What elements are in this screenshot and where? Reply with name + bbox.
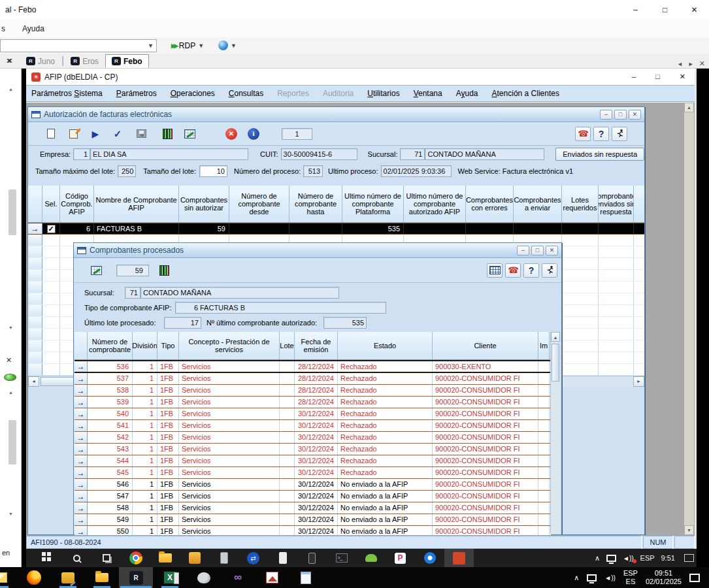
scroll-up-icon[interactable]: ▲	[684, 103, 694, 112]
host-taskbar-visual-studio[interactable]: ∞	[221, 567, 255, 588]
remote-taskbar-app-pink[interactable]: P	[386, 549, 415, 567]
column-header-comprobantes-sin-autorizar[interactable]: Comprobantes sin autorizar	[179, 186, 229, 222]
proc-vertical-scrollbar[interactable]: ▲	[550, 332, 560, 534]
menu-consultas[interactable]: Consultas	[229, 89, 263, 98]
run-button[interactable]: ▶	[87, 125, 104, 142]
empresa-name-field[interactable]: EL DIA SA	[90, 148, 248, 160]
scrollbar-thumb[interactable]	[8, 420, 16, 465]
scroll-down-icon[interactable]: ▼	[8, 325, 13, 330]
invoice-row-548[interactable]: →54811FBServicios30/12/2024No enviado a …	[74, 502, 551, 514]
proc-restore-button[interactable]: □	[531, 246, 544, 255]
chevron-down-icon[interactable]: ▼	[231, 42, 237, 49]
confirm-button[interactable]: ✓	[109, 125, 126, 142]
column-header-lotes-requeridos[interactable]: Lotes requeridos	[562, 186, 599, 222]
column-header-comprobantes-con-errores[interactable]: Comprobantes con errores	[466, 186, 514, 222]
auth-close-button[interactable]: ✕	[629, 110, 641, 120]
proc-tipo-field[interactable]: 6FACTURAS B	[175, 302, 386, 314]
remote-taskbar-chrome[interactable]	[121, 549, 150, 567]
action-center-icon[interactable]	[689, 574, 700, 582]
scrollbar-thumb[interactable]	[8, 189, 16, 235]
remote-taskbar-app-red[interactable]	[444, 549, 474, 567]
invoice-row-544[interactable]: →54411FBServicios30/12/2024Rechazado9000…	[74, 455, 551, 467]
auth-titlebar[interactable]: Autorización de facturas electrónicas – …	[28, 107, 644, 122]
host-menu-ayuda[interactable]: Ayuda	[22, 24, 44, 33]
invoice-row-537[interactable]: →53711FBServicios28/12/2024Rechazado9000…	[74, 373, 551, 385]
batch-button[interactable]	[156, 262, 173, 279]
table-grid-button[interactable]	[487, 263, 503, 278]
volume-icon[interactable]: ◄))	[623, 555, 634, 562]
column-header-ultimo-n-mero-de-comprobante-autorizado-afip[interactable]: Ultimo número de comprobante autorizado …	[404, 186, 466, 222]
column-header-lote[interactable]: Lote	[280, 332, 295, 359]
menu-atenci-n-a-clientes[interactable]: Atención a Clientes	[492, 89, 559, 98]
exit-runner-button[interactable]	[612, 127, 627, 141]
menu-par-metros[interactable]: Parámetros	[116, 89, 157, 98]
tab-scroll-left-icon[interactable]: ◄	[677, 61, 683, 67]
sidebar-close-icon[interactable]: ✕	[6, 356, 12, 365]
sidebar-close-icon[interactable]: ✕	[6, 57, 12, 65]
host-maximize-button[interactable]: □	[650, 1, 680, 18]
menu-auditoria[interactable]: Auditoria	[323, 89, 354, 98]
auth-minimize-button[interactable]: –	[600, 110, 612, 120]
invoice-row-547[interactable]: →54711FBServicios30/12/2024No enviado a …	[74, 491, 551, 502]
rdp-connect-group[interactable]: ▶▶ RDP ▼	[171, 41, 204, 50]
tab-febo[interactable]: R Febo	[105, 54, 149, 68]
host-taskbar-excel[interactable]: X	[153, 567, 187, 588]
network-icon[interactable]	[587, 574, 597, 581]
remote-taskbar-start[interactable]	[33, 549, 62, 567]
clock[interactable]: 09:51 02/01/2025	[646, 569, 682, 586]
remote-taskbar-folder[interactable]	[150, 549, 180, 567]
tab-eros[interactable]: R Eros	[64, 54, 105, 68]
empresa-code-field[interactable]: 1	[73, 148, 90, 160]
column-header-concepto-prestaci-n-de-servicios[interactable]: Concepto - Prestación de servicios	[179, 332, 280, 359]
column-header-n-mero-de-comprobante-desde[interactable]: Número de comprobante desde	[229, 186, 289, 222]
remote-language-indicator[interactable]: ESP	[640, 554, 655, 562]
scroll-up-icon[interactable]: ▲	[551, 332, 560, 342]
host-taskbar-picture-viewer[interactable]	[255, 567, 289, 588]
column-header-c-digo-comprob-afip[interactable]: Código Comprob. AFIP	[60, 186, 94, 222]
remote-taskbar-task-view[interactable]	[91, 549, 121, 567]
tab-close-icon[interactable]: ✕	[699, 59, 705, 68]
phone-button[interactable]: ☎	[505, 263, 521, 278]
proc-close-button[interactable]: ✕	[546, 246, 558, 255]
grid-edit-button[interactable]	[181, 125, 198, 142]
column-header-comprobantes-enviados-sin-respuesta[interactable]: Comprobantes enviados sin respuesta	[599, 186, 634, 222]
column-header-estado[interactable]: Estado	[338, 332, 433, 359]
invoice-row-543[interactable]: →54311FBServicios30/12/2024Rechazado9000…	[74, 444, 551, 455]
host-taskbar-gimp[interactable]	[187, 567, 221, 588]
help-button[interactable]: ?	[523, 263, 539, 278]
column-header-nombre-de-comprobante-afip[interactable]: Nombre de Comprobante AFIP	[94, 186, 179, 222]
column-header-fecha-de-emisi-n[interactable]: Fecha de emisión	[295, 332, 338, 359]
scrollbar-thumb[interactable]	[552, 344, 559, 382]
hidden-icons-chevron[interactable]: ∧	[595, 554, 600, 563]
remote-taskbar-mobile[interactable]	[297, 549, 327, 567]
column-header-sel[interactable]: Sel.	[42, 186, 60, 222]
column-header-comprobantes-a-enviar[interactable]: Comprobantes a enviar	[514, 186, 562, 222]
invoice-row-545[interactable]: →54511FBServicios30/12/2024Rechazado9000…	[74, 467, 551, 479]
checkbox-checked[interactable]: ✓	[47, 225, 56, 233]
invoice-row-539[interactable]: →53911FBServicios28/12/2024Rechazado9000…	[74, 397, 551, 408]
host-titlebar[interactable]: al - Febo – □ ✕	[0, 0, 709, 20]
sucursal-code-field[interactable]: 71	[400, 148, 425, 160]
sucursal-name-field[interactable]: CONTADO MAÑANA	[425, 148, 544, 160]
scroll-up-icon[interactable]: ▲	[8, 390, 13, 395]
scroll-right-icon[interactable]: ►	[633, 376, 644, 387]
scroll-left-icon[interactable]: ◄	[28, 376, 39, 387]
tam-max-field[interactable]: 250	[118, 165, 136, 177]
host-minimize-button[interactable]: –	[621, 1, 650, 18]
host-close-button[interactable]: ✕	[680, 1, 709, 18]
afip-close-button[interactable]: ✕	[680, 73, 685, 81]
remote-taskbar-device-gray[interactable]	[209, 549, 239, 567]
remote-clock[interactable]: 9:51	[661, 554, 675, 562]
afip-minimize-button[interactable]: –	[632, 73, 636, 81]
invoice-row-550[interactable]: →55011FBServicios30/12/2024No enviado a …	[74, 526, 551, 535]
proc-minimize-button[interactable]: –	[517, 246, 529, 255]
hidden-icons-chevron[interactable]: ∧	[574, 574, 579, 582]
column-header-ultimo-n-mero-de-comprobante-plataforma[interactable]: Ultimo número de comprobante Plataforma	[342, 186, 404, 222]
show-desktop-button[interactable]	[684, 554, 694, 562]
invoice-row-541[interactable]: →54111FBServicios30/12/2024Rechazado9000…	[74, 420, 551, 432]
remote-taskbar-teamviewer[interactable]: ⇄	[239, 549, 268, 567]
column-header-tipo[interactable]: Tipo	[157, 332, 179, 359]
proc-aut-field[interactable]: 535	[323, 317, 367, 329]
invoice-row-542[interactable]: →54211FBServicios30/12/2024Rechazado9000…	[74, 432, 551, 444]
phone-button[interactable]: ☎	[575, 127, 591, 141]
